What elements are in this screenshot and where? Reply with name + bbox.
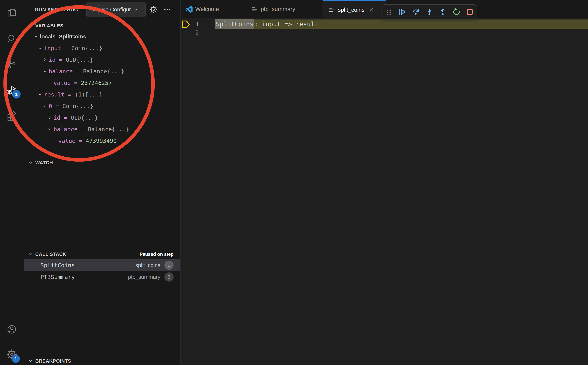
call-stack-header-label: CALL STACK <box>35 251 66 257</box>
source-control-icon[interactable] <box>7 59 17 70</box>
call-stack-frame-splitcoins[interactable]: SplitCoins split_coins 1 <box>24 259 180 271</box>
tree-indent-guide <box>45 124 45 146</box>
var-name: balance <box>49 68 73 75</box>
debug-settings-gear-icon[interactable] <box>150 6 158 14</box>
var-value: 473993490 <box>86 137 117 144</box>
sidebar-editor-divider[interactable] <box>180 0 181 365</box>
var-value: 237246257 <box>81 80 112 86</box>
explorer-icon[interactable] <box>7 8 17 18</box>
vscode-logo-icon <box>185 6 193 13</box>
frame-file: ptb_summary <box>128 274 160 280</box>
tab-label: Welcome <box>195 6 219 13</box>
variables-section-header[interactable]: VARIABLES <box>24 21 180 30</box>
search-icon[interactable] <box>7 34 17 44</box>
extensions-icon[interactable] <box>7 111 17 121</box>
more-actions-icon[interactable] <box>163 6 171 14</box>
config-dropdown-label: No Configur <box>101 7 131 13</box>
chevron-right-icon[interactable] <box>47 115 52 120</box>
run-and-debug-icon[interactable]: 1 <box>7 85 17 96</box>
debug-config-dropdown[interactable]: No Configur <box>86 2 146 17</box>
chevron-down-icon[interactable] <box>43 69 47 74</box>
continue-icon[interactable] <box>398 8 406 16</box>
var-value: Balance{...} <box>83 68 124 75</box>
chevron-down-icon[interactable] <box>38 92 43 97</box>
frame-line-badge: 1 <box>164 261 174 270</box>
start-debug-icon[interactable] <box>90 7 96 12</box>
chevron-down-icon <box>28 252 33 257</box>
step-over-icon[interactable] <box>412 8 420 16</box>
code-text: : input => result <box>254 21 318 28</box>
breakpoints-header-label: BREAKPOINTS <box>35 358 71 364</box>
watch-section-header[interactable]: WATCH <box>24 158 180 167</box>
tab-split-coins[interactable]: split_coins <box>323 0 386 19</box>
frame-name: SplitCoins <box>41 262 75 268</box>
var-name: value <box>58 137 75 144</box>
tree-row-balance[interactable]: balance = Balance{...} <box>24 65 180 77</box>
tab-welcome[interactable]: Welcome <box>180 0 246 18</box>
equals: = <box>56 56 66 63</box>
frame-file: split_coins <box>135 262 160 268</box>
breakpoints-section-header[interactable]: BREAKPOINTS <box>24 357 180 365</box>
chevron-down-icon <box>28 358 33 364</box>
settings-badge: 1 <box>12 355 20 363</box>
chevron-down-icon[interactable] <box>43 104 47 108</box>
equals: = <box>61 45 71 51</box>
chevron-right-icon[interactable] <box>43 57 47 62</box>
call-stack-frame-ptbsummary[interactable]: PTBSummary ptb_summary 3 <box>24 271 180 283</box>
call-stack-section-header[interactable]: CALL STACK Paused on step <box>24 250 180 259</box>
step-out-icon[interactable] <box>439 8 447 16</box>
scope-label: locals: SplitCoins <box>40 34 86 40</box>
tree-row-balance2[interactable]: balance = Balance{...} <box>24 123 180 135</box>
var-name: value <box>54 80 71 86</box>
var-value: Coin{...} <box>71 45 102 51</box>
var-name: id <box>49 56 56 63</box>
debug-sidebar: RUN AND DEBUG No Configur VARIABLES loc <box>24 0 180 365</box>
account-icon[interactable] <box>7 324 17 335</box>
code-line[interactable]: SplitCoins: input => result <box>215 20 318 29</box>
variables-tree: locals: SplitCoins input = Coin{...} id … <box>24 31 180 147</box>
equals: = <box>78 126 88 133</box>
tree-row-id[interactable]: id = UID{...} <box>24 54 180 65</box>
section-divider <box>24 247 180 247</box>
tree-row-result[interactable]: result = (1)[...] <box>24 89 180 100</box>
toolbar-drag-grip[interactable] <box>385 8 393 16</box>
tab-label: split_coins <box>338 7 365 13</box>
frame-line-badge: 3 <box>164 272 174 281</box>
settings-gear-icon[interactable]: 1 <box>7 349 17 359</box>
variables-header-label: VARIABLES <box>35 23 64 29</box>
frame-name: PTBSummary <box>41 274 75 280</box>
selected-word: SplitCoins <box>215 19 254 29</box>
close-icon[interactable] <box>369 7 374 13</box>
var-name: balance <box>54 126 78 133</box>
watch-header-label: WATCH <box>35 160 53 166</box>
stop-icon[interactable] <box>466 8 474 16</box>
restart-icon[interactable] <box>452 8 460 16</box>
debug-toolbar <box>382 4 477 20</box>
var-name: id <box>54 114 60 121</box>
tab-ptb-summary[interactable]: ptb_summary <box>246 0 323 18</box>
tree-row-value2[interactable]: value = 473993490 <box>24 135 180 147</box>
list-file-icon <box>251 6 258 13</box>
chevron-down-icon[interactable] <box>34 34 38 39</box>
equals: = <box>60 114 71 121</box>
equals: = <box>75 137 86 144</box>
list-file-icon <box>328 7 335 14</box>
editor-area: Welcome ptb_summary split_coins <box>180 0 588 365</box>
tree-row-0[interactable]: 0 = Coin{...} <box>24 100 180 112</box>
equals: = <box>73 68 83 75</box>
step-into-icon[interactable] <box>425 8 433 16</box>
var-name: 0 <box>49 103 52 109</box>
var-value: Balance{...} <box>88 126 129 133</box>
equals: = <box>71 80 81 86</box>
chevron-down-icon[interactable] <box>47 127 52 132</box>
var-name: input <box>44 45 61 51</box>
debug-badge: 1 <box>12 90 21 98</box>
chevron-down-icon[interactable] <box>38 46 43 50</box>
tree-row-input[interactable]: input = Coin{...} <box>24 42 180 54</box>
var-value: UID{...} <box>71 114 98 121</box>
section-divider <box>24 156 180 156</box>
tree-row-value[interactable]: value = 237246257 <box>24 77 180 89</box>
tree-row-id2[interactable]: id = UID{...} <box>24 112 180 123</box>
tree-row-locals[interactable]: locals: SplitCoins <box>24 31 180 42</box>
dropdown-separator <box>98 4 99 15</box>
